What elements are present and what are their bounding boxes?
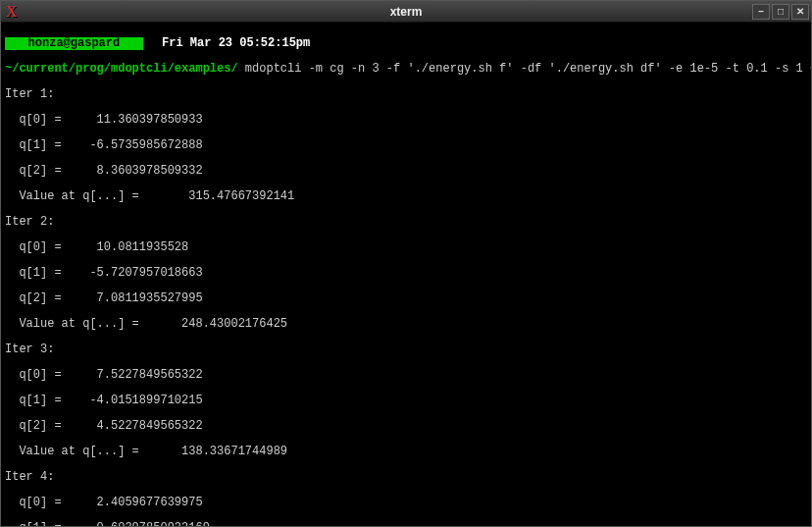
output-line: Value at q[...] = 315.47667392141 [5,190,807,203]
output-line: Iter 4: [5,471,807,484]
maximize-button[interactable]: □ [772,4,789,20]
close-button[interactable]: ✕ [791,4,809,20]
output-line: q[0] = 7.5227849565322 [5,369,807,382]
output-line: Iter 3: [5,343,807,356]
xterm-window: xterm – □ ✕ honza@gaspard Fri Mar 23 05:… [0,0,812,527]
output-line: Iter 2: [5,216,807,229]
output-line: q[2] = 7.0811935527995 [5,292,807,305]
app-icon [3,3,21,21]
window-controls: – □ ✕ [752,4,811,20]
prompt-path: ~/current/prog/mdoptcli/examples/ [5,62,238,76]
output-line: q[0] = 10.0811935528 [5,241,807,254]
output-line: Value at q[...] = 248.43002176425 [5,318,807,331]
output-line: q[1] = -5.7207957018663 [5,267,807,280]
terminal-area[interactable]: honza@gaspard Fri Mar 23 05:52:15pm ~/cu… [1,23,811,526]
prompt-line-1: ~/current/prog/mdoptcli/examples/ mdoptc… [5,63,807,76]
status-time: Fri Mar 23 05:52:15pm [155,37,310,50]
output-line: q[1] = -6.5735985672888 [5,139,807,152]
output-line: q[0] = 2.4059677639975 [5,497,807,509]
output-line: Iter 1: [5,88,807,101]
output-line: q[1] = -0.60397850933169 [5,522,807,526]
output-line: Value at q[...] = 138.33671744989 [5,446,807,458]
command-text: mdoptcli -m cg -n 3 -f './energy.sh f' -… [238,62,811,76]
status-line-1: honza@gaspard Fri Mar 23 05:52:15pm [5,37,807,50]
output-line: q[1] = -4.0151899710215 [5,395,807,407]
output-line: q[2] = 8.3603978509332 [5,165,807,178]
output-line: q[2] = 4.5227849565322 [5,420,807,433]
output-line: q[0] = 11.360397850933 [5,114,807,127]
window-title: xterm [390,5,423,19]
titlebar[interactable]: xterm – □ ✕ [1,1,811,23]
minimize-button[interactable]: – [752,4,770,20]
status-user: honza@gaspard [5,37,143,50]
